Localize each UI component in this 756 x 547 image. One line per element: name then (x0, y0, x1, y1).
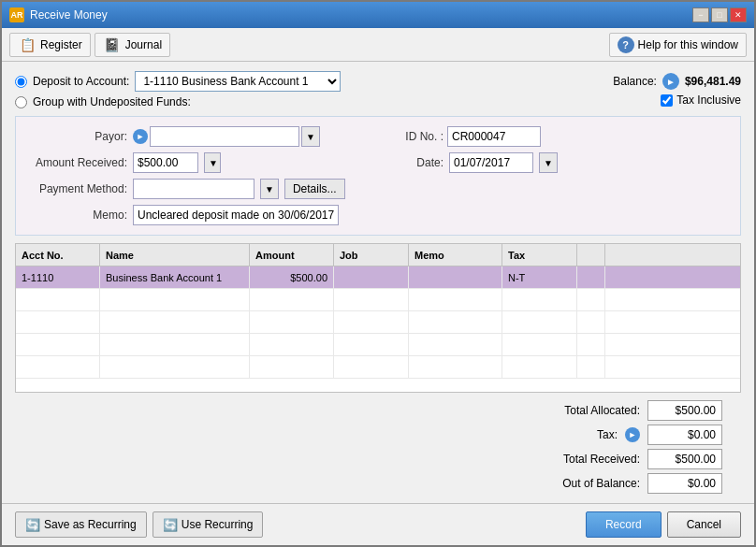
help-icon: ? (618, 36, 634, 53)
amount-received-row: Amount Received: ▼ (29, 152, 369, 173)
balance-arrow-icon[interactable]: ► (662, 73, 679, 90)
balance-amount: $96,481.49 (685, 75, 741, 88)
window-title: Receive Money (30, 8, 108, 22)
save-recurring-button[interactable]: 🔄 Save as Recurring (15, 511, 147, 538)
use-recurring-button[interactable]: 🔄 Use Recurring (153, 511, 264, 538)
payor-lookup-icon[interactable]: ► (133, 129, 148, 144)
col-memo: Memo (409, 244, 502, 266)
title-bar-left: AR Receive Money (9, 7, 108, 22)
bottom-left-buttons: 🔄 Save as Recurring 🔄 Use Recurring (15, 511, 263, 538)
idno-row: ID No. : (387, 126, 727, 147)
form-left: Payor: ► ▼ Amount Received: ▼ Payment Me… (29, 126, 369, 225)
balance-row: Balance: ► $96,481.49 (613, 73, 741, 90)
memo-input[interactable] (133, 205, 339, 225)
save-recurring-icon: 🔄 (25, 517, 40, 532)
deposit-to-account-radio[interactable] (15, 76, 27, 88)
table-row[interactable]: 1-1110 Business Bank Account 1 $500.00 N… (16, 266, 740, 289)
date-input[interactable] (449, 152, 533, 173)
payor-label: Payor: (29, 130, 127, 143)
total-received-value: $500.00 (647, 449, 722, 469)
amount-received-input[interactable] (133, 152, 198, 173)
memo-label: Memo: (29, 209, 127, 222)
payment-method-dropdown-button[interactable]: ▼ (260, 179, 279, 199)
out-of-balance-label: Out of Balance: (518, 477, 640, 490)
date-dropdown-button[interactable]: ▼ (539, 152, 558, 173)
balance-label: Balance: (613, 75, 657, 88)
table-row-empty-3[interactable] (16, 334, 740, 356)
details-button[interactable]: Details... (284, 179, 345, 199)
payment-method-input[interactable] (133, 179, 254, 199)
memo-row: Memo: (29, 205, 369, 225)
form-right: ID No. : Date: ▼ (387, 126, 727, 225)
amount-dropdown-button[interactable]: ▼ (204, 152, 221, 173)
close-button[interactable]: ✕ (730, 7, 747, 22)
top-right: Balance: ► $96,481.49 Tax Inclusive (613, 73, 741, 107)
top-left: Deposit to Account: 1-1110 Business Bank… (15, 71, 341, 108)
total-received-label: Total Received: (518, 453, 640, 466)
payor-input[interactable] (150, 126, 299, 147)
cancel-button[interactable]: Cancel (667, 511, 741, 538)
deposit-select-container: 1-1110 Business Bank Account 1 (135, 71, 341, 92)
deposit-to-account-label: Deposit to Account: (33, 75, 129, 88)
main-content: Deposit to Account: 1-1110 Business Bank… (2, 62, 754, 503)
idno-label: ID No. : (387, 130, 443, 143)
totals-section: Total Allocated: $500.00 Tax: ► $0.00 To… (15, 400, 741, 494)
total-allocated-label: Total Allocated: (518, 404, 640, 417)
col-tax: Tax (502, 244, 577, 266)
out-of-balance-row: Out of Balance: $0.00 (518, 473, 722, 494)
tax-label: Tax: (496, 428, 618, 441)
tax-row: Tax: ► $0.00 (496, 425, 722, 445)
group-undeposited-label: Group with Undeposited Funds: (33, 95, 191, 108)
cell-extra (577, 266, 605, 288)
deposit-account-select[interactable]: 1-1110 Business Bank Account 1 (135, 71, 341, 92)
date-row: Date: ▼ (387, 152, 727, 173)
col-amount: Amount (250, 244, 334, 266)
record-button[interactable]: Record (586, 511, 662, 538)
total-received-row: Total Received: $500.00 (518, 449, 722, 469)
group-undeposited-radio[interactable] (15, 96, 27, 108)
help-button[interactable]: ? Help for this window (609, 33, 747, 57)
bottom-bar: 🔄 Save as Recurring 🔄 Use Recurring Reco… (2, 503, 754, 545)
total-allocated-value: $500.00 (647, 400, 722, 421)
payment-method-label: Payment Method: (29, 182, 127, 195)
cell-memo (409, 266, 502, 288)
bottom-right-buttons: Record Cancel (586, 511, 741, 538)
group-radio-row: Group with Undeposited Funds: (15, 95, 341, 108)
table-body: 1-1110 Business Bank Account 1 $500.00 N… (16, 266, 740, 379)
date-label: Date: (387, 156, 443, 169)
window-icon: AR (9, 7, 24, 22)
top-section: Deposit to Account: 1-1110 Business Bank… (15, 71, 741, 108)
maximize-button[interactable]: □ (711, 7, 728, 22)
idno-input[interactable] (447, 126, 541, 147)
col-job: Job (334, 244, 409, 266)
payor-field-container: ► ▼ (133, 126, 320, 147)
table-row-empty-4[interactable] (16, 356, 740, 379)
journal-icon: 📓 (103, 36, 122, 53)
main-window: AR Receive Money − □ ✕ 📋 Register 📓 Jour… (0, 0, 756, 547)
amount-received-label: Amount Received: (29, 156, 127, 169)
form-section: Payor: ► ▼ Amount Received: ▼ Payment Me… (15, 116, 741, 236)
minimize-button[interactable]: − (692, 7, 709, 22)
col-extra (577, 244, 605, 266)
cell-name: Business Bank Account 1 (100, 266, 250, 288)
tax-inclusive-label: Tax Inclusive (676, 94, 741, 107)
cell-tax: N-T (502, 266, 577, 288)
table-row-empty-1[interactable] (16, 289, 740, 311)
table-row-empty-2[interactable] (16, 311, 740, 334)
cell-amount: $500.00 (250, 266, 334, 288)
tax-inclusive-checkbox[interactable] (661, 94, 673, 107)
payor-dropdown-button[interactable]: ▼ (301, 126, 320, 147)
payment-method-row: Payment Method: ▼ Details... (29, 179, 369, 199)
register-button[interactable]: 📋 Register (9, 33, 91, 57)
tax-arrow-icon[interactable]: ► (625, 427, 640, 442)
journal-button[interactable]: 📓 Journal (94, 33, 170, 57)
use-recurring-icon: 🔄 (163, 517, 178, 532)
cell-acct-no: 1-1110 (16, 266, 100, 288)
title-bar: AR Receive Money − □ ✕ (2, 2, 754, 28)
toolbar: 📋 Register 📓 Journal ? Help for this win… (2, 28, 754, 62)
out-of-balance-value: $0.00 (647, 473, 722, 494)
total-allocated-row: Total Allocated: $500.00 (518, 400, 722, 421)
col-name: Name (100, 244, 250, 266)
tax-inclusive-row: Tax Inclusive (661, 94, 741, 107)
payor-row: Payor: ► ▼ (29, 126, 369, 147)
